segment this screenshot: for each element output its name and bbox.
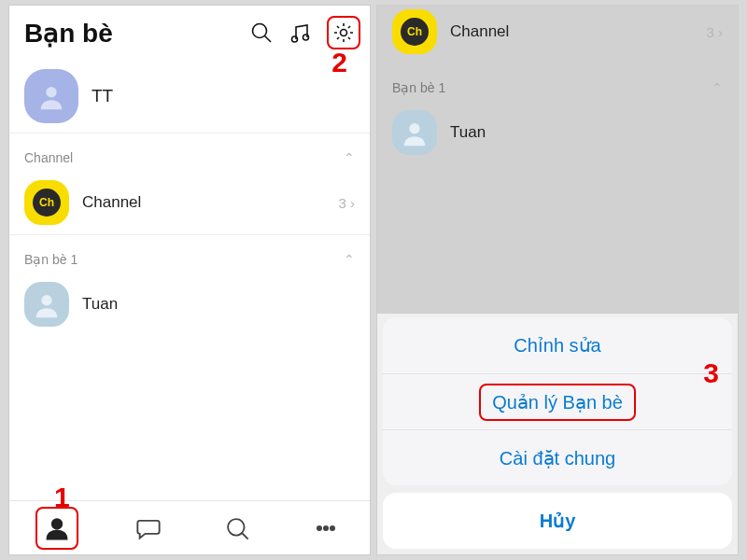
svg-line-9 <box>242 533 247 539</box>
svg-point-11 <box>323 525 327 529</box>
music-icon <box>289 21 313 45</box>
friend-name: Tuan <box>82 295 355 314</box>
header: Bạn bè <box>9 6 370 60</box>
svg-line-1 <box>265 36 272 43</box>
channel-avatar: Ch <box>24 180 69 225</box>
svg-point-5 <box>46 87 56 97</box>
svg-point-13 <box>409 123 419 133</box>
channel-badge-icon: Ch <box>401 18 429 46</box>
cancel-button[interactable]: Hủy <box>383 493 732 549</box>
tab-friends[interactable] <box>38 510 76 547</box>
settings-highlight-box <box>327 16 360 49</box>
gear-icon <box>331 21 356 45</box>
chevron-up-icon: ⌃ <box>344 150 355 165</box>
page-title: Bạn bè <box>24 18 248 49</box>
action-sheet-options: Chỉnh sửa Quản lý Bạn bè 3 Cài đặt chung <box>383 317 732 485</box>
channel-count: 3 › <box>338 195 355 211</box>
svg-point-10 <box>317 525 320 529</box>
screen-settings-sheet: Ch Channel 3 › Bạn bè 1 ⌃ Tuan Chỉnh sửa <box>377 6 738 554</box>
dimmed-background: Ch Channel 3 › Bạn bè 1 ⌃ Tuan <box>377 6 738 314</box>
more-icon <box>313 515 339 541</box>
channel-name: Channel <box>82 193 338 212</box>
svg-point-7 <box>51 519 62 529</box>
header-actions <box>248 16 360 49</box>
person-icon <box>44 515 70 541</box>
tab-more[interactable] <box>307 510 345 547</box>
person-icon <box>399 117 430 148</box>
friends-tab-highlight-box <box>35 507 78 550</box>
music-button[interactable] <box>288 20 314 46</box>
section-friends[interactable]: Bạn bè 1 ⌃ <box>377 63 738 101</box>
person-icon <box>31 288 63 320</box>
chevron-up-icon: ⌃ <box>344 252 355 267</box>
channel-name: Channel <box>450 22 706 41</box>
friend-row[interactable]: Tuan <box>377 101 738 164</box>
manage-friends-highlight: Quản lý Bạn bè <box>479 384 636 421</box>
search-icon <box>224 515 250 541</box>
svg-point-0 <box>253 24 267 38</box>
friend-name: Tuan <box>450 123 723 142</box>
person-icon <box>35 80 67 112</box>
profile-name: TT <box>92 86 355 106</box>
option-manage-friends[interactable]: Quản lý Bạn bè 3 <box>383 373 732 429</box>
avatar <box>392 110 437 155</box>
settings-button[interactable] <box>331 20 357 46</box>
screen-friends-list: Bạn bè TT Cha <box>9 6 370 554</box>
search-button[interactable] <box>248 20 275 46</box>
svg-point-8 <box>228 519 245 536</box>
svg-point-4 <box>341 30 347 36</box>
channel-row[interactable]: Ch Channel 3 › <box>377 6 738 63</box>
channel-row[interactable]: Ch Channel 3 › <box>9 171 370 234</box>
channel-badge-icon: Ch <box>33 189 61 217</box>
channel-count: 3 › <box>706 24 723 40</box>
tab-bar <box>9 500 370 554</box>
chat-icon <box>135 515 162 541</box>
option-general-settings[interactable]: Cài đặt chung <box>383 429 732 485</box>
section-channel[interactable]: Channel ⌃ <box>9 133 370 171</box>
friend-row[interactable]: Tuan <box>9 273 370 336</box>
avatar <box>24 69 78 123</box>
channel-avatar: Ch <box>392 9 437 54</box>
avatar <box>24 282 69 327</box>
profile-row[interactable]: TT <box>9 60 370 133</box>
tab-chats[interactable] <box>130 510 167 547</box>
chevron-up-icon: ⌃ <box>712 80 723 95</box>
section-friends[interactable]: Bạn bè 1 ⌃ <box>9 235 370 273</box>
search-icon <box>249 21 274 45</box>
action-sheet: Chỉnh sửa Quản lý Bạn bè 3 Cài đặt chung… <box>383 317 732 549</box>
svg-point-6 <box>41 295 51 305</box>
option-edit[interactable]: Chỉnh sửa <box>383 317 732 373</box>
svg-point-12 <box>330 525 333 529</box>
tab-discover[interactable] <box>218 510 256 547</box>
